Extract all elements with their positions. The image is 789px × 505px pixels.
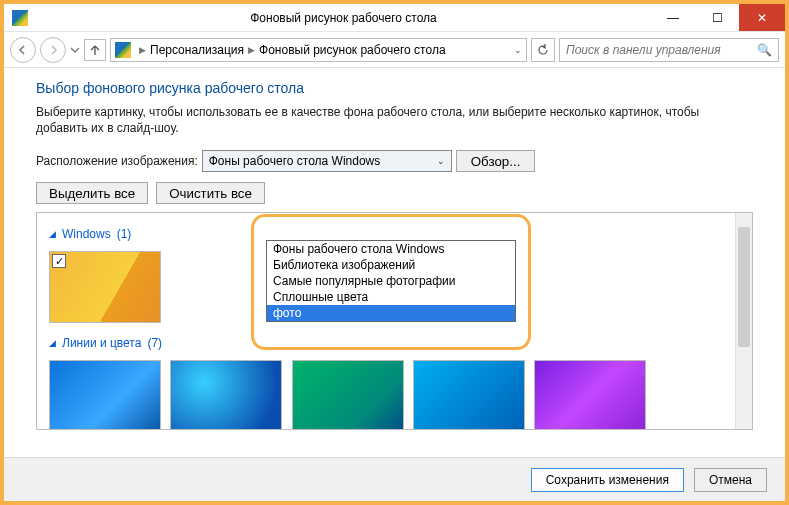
up-button[interactable] <box>84 39 106 61</box>
dropdown-option-0[interactable]: Фоны рабочего стола Windows <box>267 241 515 257</box>
close-button[interactable]: ✕ <box>739 4 785 31</box>
dropdown-option-3[interactable]: Сплошные цвета <box>267 289 515 305</box>
window-frame: Фоновый рисунок рабочего стола — ☐ ✕ ▶ П… <box>0 0 789 505</box>
content-area: Выбор фонового рисунка рабочего стола Вы… <box>4 68 785 430</box>
footer: Сохранить изменения Отмена <box>4 457 785 501</box>
wallpaper-thumb-lines-4[interactable] <box>413 360 525 429</box>
image-location-selected: Фоны рабочего стола Windows <box>209 154 437 168</box>
wallpaper-thumb-lines-5[interactable] <box>534 360 646 429</box>
group-title: Линии и цвета <box>62 336 141 350</box>
title-bar: Фоновый рисунок рабочего стола — ☐ ✕ <box>4 4 785 32</box>
arrow-left-icon <box>17 44 29 56</box>
save-button[interactable]: Сохранить изменения <box>531 468 684 492</box>
breadcrumb-item-2[interactable]: Фоновый рисунок рабочего стола <box>259 43 446 57</box>
chevron-right-icon: ▶ <box>139 45 146 55</box>
collapse-icon: ◢ <box>49 338 56 348</box>
wallpaper-thumb-lines-3[interactable] <box>292 360 404 429</box>
forward-button[interactable] <box>40 37 66 63</box>
chevron-down-icon[interactable] <box>70 45 80 55</box>
image-location-row: Расположение изображения: Фоны рабочего … <box>36 150 753 172</box>
group-title: Windows <box>62 227 111 241</box>
wallpaper-thumb-windows-1[interactable]: ✓ <box>49 251 161 323</box>
group-header-lines[interactable]: ◢ Линии и цвета (7) <box>49 336 723 350</box>
breadcrumb[interactable]: ▶ Персонализация ▶ Фоновый рисунок рабоч… <box>110 38 527 62</box>
app-icon <box>12 10 28 26</box>
wallpaper-thumb-lines-2[interactable] <box>170 360 282 429</box>
image-location-select[interactable]: Фоны рабочего стола Windows ⌄ <box>202 150 452 172</box>
dropdown-option-4[interactable]: фото <box>267 305 515 321</box>
breadcrumb-drop-icon[interactable]: ⌄ <box>514 45 522 55</box>
page-heading: Выбор фонового рисунка рабочего стола <box>36 80 753 96</box>
window-buttons: — ☐ ✕ <box>651 4 785 31</box>
dropdown-option-2[interactable]: Самые популярные фотографии <box>267 273 515 289</box>
thumb-checkbox[interactable]: ✓ <box>52 254 66 268</box>
arrow-up-icon <box>89 44 101 56</box>
window-title: Фоновый рисунок рабочего стола <box>36 11 651 25</box>
browse-button[interactable]: Обзор... <box>456 150 536 172</box>
control-panel-icon <box>115 42 131 58</box>
back-button[interactable] <box>10 37 36 63</box>
group-count: (7) <box>147 336 162 350</box>
image-location-dropdown[interactable]: Фоны рабочего стола Windows Библиотека и… <box>266 240 516 322</box>
collapse-icon: ◢ <box>49 229 56 239</box>
dropdown-option-1[interactable]: Библиотека изображений <box>267 257 515 273</box>
search-icon: 🔍 <box>757 43 772 57</box>
gallery-scrollbar[interactable] <box>735 213 752 429</box>
chevron-down-icon: ⌄ <box>437 156 445 166</box>
chevron-right-icon: ▶ <box>248 45 255 55</box>
search-input[interactable] <box>566 43 753 57</box>
refresh-button[interactable] <box>531 38 555 62</box>
select-all-button[interactable]: Выделить все <box>36 182 148 204</box>
search-box[interactable]: 🔍 <box>559 38 779 62</box>
selection-row: Выделить все Очистить все <box>36 182 753 204</box>
clear-all-button[interactable]: Очистить все <box>156 182 265 204</box>
minimize-button[interactable]: — <box>651 4 695 31</box>
cancel-button[interactable]: Отмена <box>694 468 767 492</box>
arrow-right-icon <box>47 44 59 56</box>
page-description: Выберите картинку, чтобы использовать ее… <box>36 104 736 136</box>
nav-bar: ▶ Персонализация ▶ Фоновый рисунок рабоч… <box>4 32 785 68</box>
breadcrumb-item-1[interactable]: Персонализация <box>150 43 244 57</box>
maximize-button[interactable]: ☐ <box>695 4 739 31</box>
scrollbar-thumb[interactable] <box>738 227 750 347</box>
wallpaper-thumb-lines-1[interactable] <box>49 360 161 429</box>
image-location-label: Расположение изображения: <box>36 154 198 168</box>
refresh-icon <box>537 44 549 56</box>
group-count: (1) <box>117 227 132 241</box>
